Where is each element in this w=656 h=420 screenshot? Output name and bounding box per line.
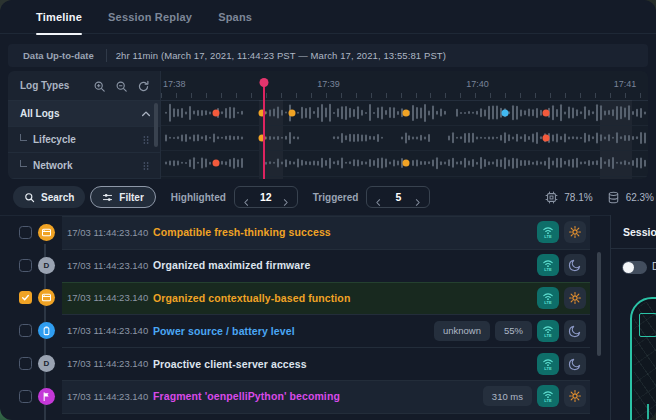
wifi-lte-button[interactable]: LTE	[537, 385, 559, 407]
map-highlight-rect	[639, 313, 656, 337]
filter-button-label: Filter	[119, 192, 143, 203]
zoom-in-icon[interactable]	[93, 79, 106, 92]
value-badge: unknown	[434, 321, 490, 341]
wifi-lte-icon: LTE	[541, 357, 555, 371]
row-checkbox[interactable]	[19, 390, 32, 403]
wifi-lte-button[interactable]: LTE	[537, 254, 559, 276]
map-road-line	[647, 404, 649, 420]
row-actions: LTE	[537, 287, 586, 309]
session-panel: Session D	[610, 215, 656, 420]
wifi-lte-button[interactable]: LTE	[537, 221, 559, 243]
refresh-icon[interactable]	[137, 79, 150, 92]
log-types-title: Log Types	[20, 80, 93, 91]
sun-button[interactable]	[564, 287, 586, 309]
waveform-row[interactable]	[161, 100, 648, 126]
tree-elbow	[20, 134, 27, 141]
waveform-area[interactable]: 17:3817:3917:4017:41	[161, 71, 648, 179]
log-timestamp: 17/03 11:44:23.140	[67, 227, 153, 238]
row-actions: 310 msLTE	[483, 385, 586, 407]
log-types-scrollbar[interactable]	[154, 103, 158, 147]
battery-icon	[38, 322, 55, 339]
event-marker[interactable]	[213, 160, 220, 167]
storage-meter-value: 62.3%	[626, 192, 654, 203]
triggered-stepper: 5	[366, 186, 430, 208]
chevron-left-icon[interactable]	[374, 193, 383, 202]
row-checkbox[interactable]	[19, 226, 32, 239]
time-axis: 17:3817:3917:4017:41	[161, 71, 648, 101]
playhead-marker[interactable]	[263, 82, 265, 179]
log-row[interactable]: 17/03 11:44:23.140 Organized contextuall…	[0, 282, 610, 315]
row-actions: LTE	[537, 254, 586, 276]
search-button[interactable]: Search	[13, 186, 85, 208]
zoom-out-icon[interactable]	[115, 79, 128, 92]
filter-button[interactable]: Filter	[90, 186, 155, 208]
log-message: Organized maximized firmware	[153, 259, 310, 271]
chevron-right-icon[interactable]	[281, 193, 290, 202]
log-row[interactable]: 17/03 11:44:23.140 Power source / batter…	[0, 314, 610, 347]
tab-spans[interactable]: Spans	[218, 0, 252, 34]
event-marker[interactable]	[288, 109, 295, 116]
log-type-row[interactable]: Lifecycle	[8, 127, 160, 153]
svg-text:LTE: LTE	[544, 235, 552, 240]
tab-timeline[interactable]: Timeline	[36, 0, 82, 34]
event-marker[interactable]	[502, 109, 509, 116]
log-row[interactable]: 17/03 11:44:23.140 Compatible fresh-thin…	[0, 216, 610, 249]
chevron-right-icon[interactable]	[413, 193, 422, 202]
highlighted-value: 12	[259, 191, 273, 203]
row-checkbox[interactable]	[19, 291, 32, 304]
waveform-row[interactable]	[161, 151, 648, 177]
log-timestamp: 17/03 11:44:23.140	[67, 358, 153, 369]
wifi-lte-button[interactable]: LTE	[537, 287, 559, 309]
tab-session-replay[interactable]: Session Replay	[108, 0, 192, 34]
log-row[interactable]: D 17/03 11:44:23.140 Proactive client-se…	[0, 347, 610, 380]
drag-handle-icon[interactable]	[140, 134, 152, 146]
session-toggle[interactable]	[622, 261, 647, 274]
event-marker[interactable]	[543, 134, 550, 141]
log-message: Organized contextually-based function	[153, 292, 350, 304]
axis-tick-label: 17:39	[317, 79, 340, 89]
sun-icon	[568, 389, 582, 403]
event-marker[interactable]	[403, 160, 410, 167]
event-marker[interactable]	[213, 109, 220, 116]
svg-text:LTE: LTE	[544, 333, 552, 338]
log-timestamp: 17/03 11:44:23.140	[67, 391, 153, 402]
waveform-row[interactable]	[161, 125, 648, 151]
event-marker[interactable]	[543, 109, 550, 116]
chevron-left-icon[interactable]	[242, 193, 251, 202]
row-checkbox[interactable]	[19, 357, 32, 370]
value-badge: 310 ms	[483, 386, 532, 406]
log-types-header: Log Types	[8, 71, 160, 101]
moon-button[interactable]	[564, 320, 586, 342]
row-actions: LTE	[537, 221, 586, 243]
time-range-text: 2hr 11min (March 17, 2021, 11:44:23 PST …	[116, 50, 446, 61]
session-panel-title: Session	[623, 226, 656, 238]
tree-elbow	[20, 160, 27, 167]
row-checkbox[interactable]	[19, 259, 32, 272]
log-timestamp: 17/03 11:44:23.140	[67, 325, 153, 336]
drag-handle-icon[interactable]	[140, 160, 152, 172]
sun-button[interactable]	[564, 385, 586, 407]
log-list: 17/03 11:44:23.140 Compatible fresh-thin…	[0, 215, 610, 420]
log-row[interactable]: D 17/03 11:44:23.140 Organized maximized…	[0, 249, 610, 282]
log-message: Compatible fresh-thinking success	[153, 226, 331, 238]
axis-tick-label: 17:40	[466, 79, 489, 89]
log-type-label: Network	[20, 160, 140, 171]
log-type-row[interactable]: All Logs	[8, 101, 160, 127]
log-list-scrollbar[interactable]	[597, 252, 601, 356]
wifi-lte-icon: LTE	[541, 389, 555, 403]
wifi-lte-button[interactable]: LTE	[537, 320, 559, 342]
chevron-up-icon[interactable]	[140, 108, 152, 120]
event-marker[interactable]	[403, 109, 410, 116]
log-type-label: Lifecycle	[20, 134, 140, 145]
moon-button[interactable]	[564, 254, 586, 276]
log-row[interactable]: 17/03 11:44:23.140 Fragment 'oenpelliPyt…	[0, 380, 610, 413]
row-checkbox[interactable]	[19, 324, 32, 337]
svg-text:LTE: LTE	[544, 399, 552, 404]
sun-button[interactable]	[564, 221, 586, 243]
wifi-lte-button[interactable]: LTE	[537, 353, 559, 375]
log-type-row[interactable]: Network	[8, 153, 160, 179]
wifi-lte-icon: LTE	[541, 225, 555, 239]
list-toolbar: Search Filter Highlighted 12 Triggered 5…	[0, 179, 656, 215]
moon-button[interactable]	[564, 353, 586, 375]
session-toggle-label: D	[652, 261, 656, 272]
